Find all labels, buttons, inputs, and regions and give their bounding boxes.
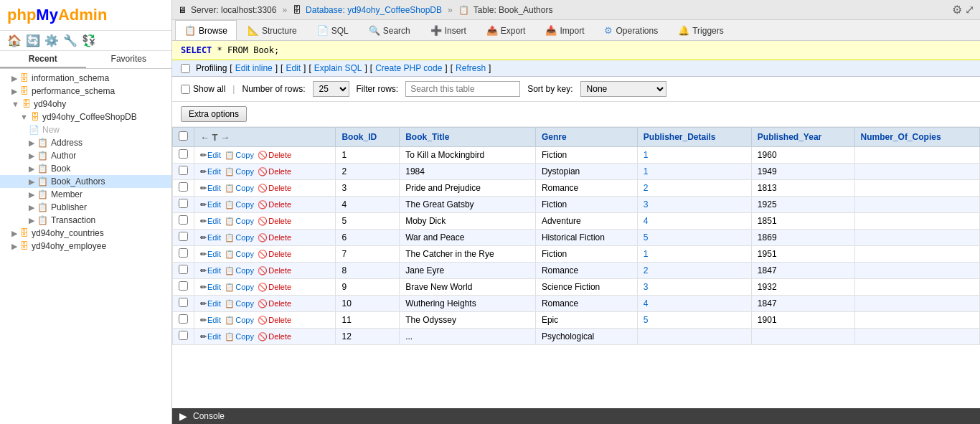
console-bar[interactable]: ▶ Console [172,408,980,424]
edit-link[interactable]: Edit [207,266,221,275]
tab-browse[interactable]: 📋 Browse [175,20,237,40]
topbar-settings-icon[interactable]: ⚙ ⤢ [952,3,974,17]
copy-link[interactable]: Copy [235,299,254,308]
edit-link[interactable]: Edit [207,151,221,159]
th-publisher-details[interactable]: Publisher_Details [637,128,751,147]
sidebar-item-book-authors[interactable]: ▶ 📋 Book_Authors [0,175,171,188]
th-genre[interactable]: Genre [535,128,637,147]
publisher-link[interactable]: 2 [644,265,649,275]
sidebar-item-information-schema[interactable]: ▶ 🗄 information_schema [0,72,171,85]
extra-options-button[interactable]: Extra options [181,106,247,122]
copy-link[interactable]: Copy [235,167,254,176]
publisher-link[interactable]: 3 [644,282,649,292]
th-published-year[interactable]: Published_Year [751,128,854,147]
tab-export[interactable]: 📤 Export [477,20,535,40]
th-number-of-copies[interactable]: Number_Of_Copies [854,128,979,147]
sidebar-item-performance-schema[interactable]: ▶ 🗄 performance_schema [0,85,171,98]
publisher-link[interactable]: 5 [644,232,649,242]
row-checkbox[interactable] [179,232,188,241]
row-checkbox[interactable] [179,331,188,340]
sidebar-item-transaction[interactable]: ▶ 📋 Transaction [0,214,171,227]
copy-link[interactable]: Copy [235,217,254,225]
sidebar-item-book[interactable]: ▶ 📋 Book [0,162,171,175]
edit-link[interactable]: Edit [207,316,221,324]
edit-link[interactable]: Edit [286,63,301,73]
copy-link[interactable]: Copy [235,250,254,258]
wrench-icon[interactable]: 🔧 [63,34,77,47]
sidebar-item-new[interactable]: 📄 New [0,123,171,136]
tab-recent[interactable]: Recent [0,51,86,68]
publisher-link[interactable]: 5 [644,315,649,325]
delete-link[interactable]: Delete [268,266,291,275]
copy-link[interactable]: Copy [235,283,254,291]
row-checkbox[interactable] [179,265,188,274]
tab-triggers[interactable]: 🔔 Triggers [669,20,733,40]
publisher-link[interactable]: 4 [644,298,649,308]
copy-link[interactable]: Copy [235,151,254,159]
delete-link[interactable]: Delete [268,217,291,225]
tab-insert[interactable]: ➕ Insert [421,20,476,40]
tab-favorites[interactable]: Favorites [86,51,172,68]
tab-operations[interactable]: ⚙ Operations [595,20,667,40]
publisher-link[interactable]: 4 [644,216,649,226]
publisher-link[interactable]: 1 [644,249,649,259]
search-input[interactable] [405,81,520,97]
edit-link[interactable]: Edit [207,299,221,308]
delete-link[interactable]: Delete [268,316,291,324]
row-checkbox[interactable] [179,314,188,324]
row-checkbox[interactable] [179,199,188,208]
copy-link[interactable]: Copy [235,332,254,341]
tab-structure[interactable]: 📐 Structure [238,20,306,40]
sidebar-item-yd94ohy-countries[interactable]: ▶ 🗄 yd94ohy_countries [0,227,171,240]
edit-link[interactable]: Edit [207,184,221,192]
delete-link[interactable]: Delete [268,332,291,341]
delete-link[interactable]: Delete [268,167,291,176]
row-checkbox[interactable] [179,281,188,291]
delete-link[interactable]: Delete [268,184,291,192]
delete-link[interactable]: Delete [268,250,291,258]
row-checkbox[interactable] [179,182,188,192]
explain-sql-link[interactable]: Explain SQL [314,63,362,73]
delete-link[interactable]: Delete [268,151,291,159]
th-book-title[interactable]: Book_Title [400,128,536,147]
topbar-database[interactable]: Database: yd94ohy_CoffeeShopDB [306,5,442,15]
publisher-link[interactable]: 3 [644,199,649,209]
row-checkbox[interactable] [179,215,188,225]
row-checkbox[interactable] [179,248,188,258]
tab-search[interactable]: 🔍 Search [359,20,420,40]
settings-icon[interactable]: ⚙️ [44,34,59,47]
delete-link[interactable]: Delete [268,200,291,209]
copy-link[interactable]: Copy [235,316,254,324]
publisher-link[interactable]: 2 [644,183,649,193]
currency-icon[interactable]: 💱 [82,34,96,47]
edit-link[interactable]: Edit [207,167,221,176]
tab-sql[interactable]: 📄 SQL [308,20,358,40]
th-book-id[interactable]: Book_ID [336,128,400,147]
refresh-link[interactable]: Refresh [456,63,486,73]
edit-link[interactable]: Edit [207,283,221,291]
num-rows-select[interactable]: 25 50 100 250 500 [313,81,349,97]
publisher-link[interactable]: 1 [644,150,649,160]
delete-link[interactable]: Delete [268,233,291,242]
tab-import[interactable]: 📥 Import [536,20,593,40]
sidebar-item-address[interactable]: ▶ 📋 Address [0,136,171,149]
sidebar-item-coffeeshopdb[interactable]: ▼ 🗄 yd94ohy_CoffeeShopDB [0,110,171,123]
delete-link[interactable]: Delete [268,299,291,308]
edit-link[interactable]: Edit [207,200,221,209]
sidebar-item-publisher[interactable]: ▶ 📋 Publisher [0,201,171,214]
copy-link[interactable]: Copy [235,233,254,242]
row-checkbox[interactable] [179,166,188,175]
reload-icon[interactable]: 🔄 [26,34,40,47]
row-checkbox[interactable] [179,298,188,307]
home-icon[interactable]: 🏠 [7,34,22,47]
create-php-link[interactable]: Create PHP code [375,63,442,73]
edit-inline-link[interactable]: Edit inline [235,63,273,73]
edit-link[interactable]: Edit [207,250,221,258]
copy-link[interactable]: Copy [235,266,254,275]
edit-link[interactable]: Edit [207,233,221,242]
sidebar-item-yd94ohy[interactable]: ▼ 🗄 yd94ohy [0,98,171,110]
sidebar-item-member[interactable]: ▶ 📋 Member [0,188,171,201]
sidebar-item-author[interactable]: ▶ 📋 Author [0,149,171,162]
sort-select[interactable]: None [580,81,666,97]
edit-link[interactable]: Edit [207,217,221,225]
